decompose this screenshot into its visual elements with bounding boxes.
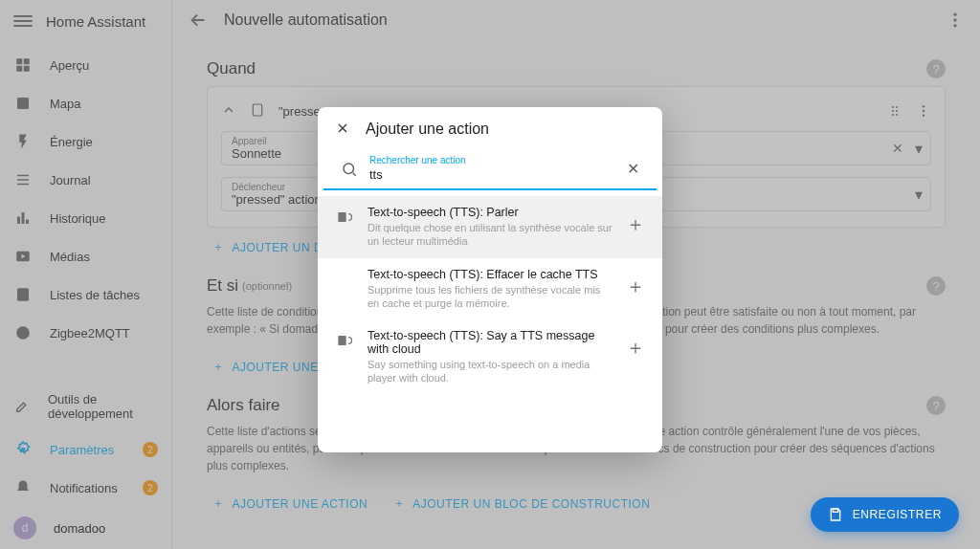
result-sub: Say something using text-to-speech on a …	[368, 358, 614, 385]
plus-icon[interactable]: ＋	[626, 211, 645, 237]
result-title: Text-to-speech (TTS): Parler	[368, 206, 614, 219]
plus-icon[interactable]: ＋	[626, 335, 645, 361]
close-icon[interactable]	[335, 121, 352, 138]
svg-rect-31	[833, 509, 837, 512]
save-fab[interactable]: ENREGISTRER	[811, 497, 959, 532]
result-item[interactable]: Text-to-speech (TTS): Parler Dit quelque…	[318, 196, 662, 258]
result-item[interactable]: Text-to-speech (TTS): Effacer le cache T…	[318, 258, 662, 320]
result-item[interactable]: Text-to-speech (TTS): Say a TTS message …	[318, 319, 662, 395]
dialog-header: Ajouter une action	[318, 107, 662, 151]
save-icon	[828, 507, 843, 522]
result-title: Text-to-speech (TTS): Say a TTS message …	[368, 329, 614, 356]
tts-icon	[335, 331, 356, 352]
clear-search-icon[interactable]: ✕	[627, 160, 639, 178]
plus-icon[interactable]: ＋	[626, 274, 645, 299]
search-input[interactable]	[369, 167, 615, 182]
results-list: Text-to-speech (TTS): Parler Dit quelque…	[318, 190, 662, 452]
result-sub: Dit quelque chose en utilisant la synthè…	[368, 221, 614, 249]
tts-icon	[335, 208, 356, 229]
dialog-title: Ajouter une action	[366, 121, 489, 138]
search-field[interactable]: Rechercher une action ✕	[323, 151, 657, 190]
search-icon	[341, 161, 358, 178]
svg-rect-29	[338, 212, 345, 222]
svg-rect-30	[338, 336, 345, 345]
save-label: ENREGISTRER	[853, 508, 942, 521]
modal-overlay[interactable]: Ajouter une action Rechercher une action…	[0, 0, 980, 549]
result-sub: Supprime tous les fichiers de synthèse v…	[368, 283, 614, 311]
svg-point-28	[344, 164, 354, 174]
result-title: Text-to-speech (TTS): Effacer le cache T…	[368, 268, 614, 281]
add-action-dialog: Ajouter une action Rechercher une action…	[318, 107, 662, 452]
search-label: Rechercher une action	[369, 155, 615, 165]
